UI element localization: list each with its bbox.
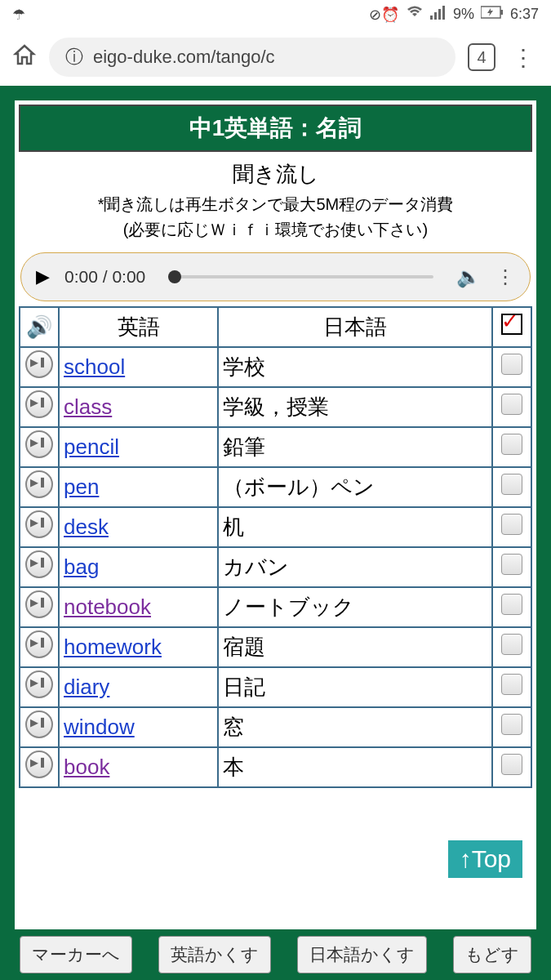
row-checkbox[interactable] xyxy=(492,507,531,547)
table-row: window窓 xyxy=(20,707,531,747)
english-word-link[interactable]: desk xyxy=(64,514,109,539)
table-row: school学校 xyxy=(20,347,531,387)
url-bar[interactable]: ⓘ eigo-duke.com/tango/c xyxy=(49,38,455,77)
english-word-link[interactable]: class xyxy=(64,394,112,419)
row-play-button[interactable] xyxy=(20,507,59,547)
tabs-button[interactable]: 4 xyxy=(468,43,495,71)
volume-icon[interactable]: 🔈 xyxy=(456,265,481,288)
info-icon: ⓘ xyxy=(65,45,83,69)
row-checkbox[interactable] xyxy=(492,627,531,667)
browser-bar: ⓘ eigo-duke.com/tango/c 4 ⋮ xyxy=(0,29,551,86)
japanese-word: 宿題 xyxy=(218,627,492,667)
row-checkbox[interactable] xyxy=(492,427,531,467)
umbrella-icon: ☂ xyxy=(12,7,25,23)
row-checkbox[interactable] xyxy=(492,467,531,507)
svg-rect-2 xyxy=(438,9,441,20)
hide-japanese-button[interactable]: 日本語かくす xyxy=(297,936,427,973)
japanese-word: ノートブック xyxy=(218,587,492,627)
table-row: bagカバン xyxy=(20,547,531,587)
listen-title: 聞き流し xyxy=(22,157,529,192)
wifi-icon xyxy=(406,5,424,24)
row-play-button[interactable] xyxy=(20,627,59,667)
audio-slider[interactable] xyxy=(168,275,433,278)
row-checkbox[interactable] xyxy=(492,587,531,627)
audio-time: 0:00 / 0:00 xyxy=(64,267,145,287)
table-row: diary日記 xyxy=(20,667,531,707)
row-checkbox[interactable] xyxy=(492,667,531,707)
url-text: eigo-duke.com/tango/c xyxy=(93,47,275,68)
listen-note-1: *聞き流しは再生ボタンで最大5M程のデータ消費 xyxy=(22,192,529,217)
battery-icon xyxy=(481,6,504,23)
page-content: 中1英単語：名詞 聞き流し *聞き流しは再生ボタンで最大5M程のデータ消費 (必… xyxy=(0,86,551,929)
moon-alarm-icon: ⊘⏰ xyxy=(369,6,399,24)
row-play-button[interactable] xyxy=(20,547,59,587)
header-japanese: 日本語 xyxy=(218,307,492,347)
svg-rect-5 xyxy=(500,10,503,15)
signal-icon xyxy=(430,5,447,24)
row-play-button[interactable] xyxy=(20,467,59,507)
restore-button[interactable]: もどす xyxy=(453,936,531,973)
row-play-button[interactable] xyxy=(20,587,59,627)
header-english: 英語 xyxy=(59,307,218,347)
row-play-button[interactable] xyxy=(20,387,59,427)
svg-rect-1 xyxy=(434,12,437,20)
english-word-link[interactable]: homework xyxy=(64,635,162,659)
status-time: 6:37 xyxy=(510,6,539,23)
table-row: pen（ボール）ペン xyxy=(20,467,531,507)
table-row: desk机 xyxy=(20,507,531,547)
japanese-word: カバン xyxy=(218,547,492,587)
english-word-link[interactable]: pen xyxy=(64,474,99,499)
japanese-word: 机 xyxy=(218,507,492,547)
browser-menu-icon[interactable]: ⋮ xyxy=(508,44,539,71)
vocab-table: 🔊 英語 日本語 ✓ school学校class学級，授業pencil鉛筆pen… xyxy=(19,306,532,788)
hide-english-button[interactable]: 英語かくす xyxy=(158,936,271,973)
listen-note-2: (必要に応じＷｉｆｉ環境でお使い下さい) xyxy=(22,217,529,243)
header-audio-icon: 🔊 xyxy=(20,307,59,347)
japanese-word: 学級，授業 xyxy=(218,387,492,427)
audio-menu-icon[interactable]: ⋮ xyxy=(495,265,515,288)
row-play-button[interactable] xyxy=(20,707,59,747)
svg-rect-0 xyxy=(430,16,433,20)
row-play-button[interactable] xyxy=(20,427,59,467)
marker-button[interactable]: マーカーへ xyxy=(20,936,132,973)
header-check-icon: ✓ xyxy=(492,307,531,347)
page-title: 中1英単語：名詞 xyxy=(19,105,532,152)
english-word-link[interactable]: pencil xyxy=(64,434,119,459)
japanese-word: 日記 xyxy=(218,667,492,707)
row-play-button[interactable] xyxy=(20,347,59,387)
bottom-toolbar: マーカーへ 英語かくす 日本語かくす もどす xyxy=(0,929,551,980)
japanese-word: 学校 xyxy=(218,347,492,387)
table-row: class学級，授業 xyxy=(20,387,531,427)
scroll-top-button[interactable]: ↑Top xyxy=(448,840,522,878)
row-checkbox[interactable] xyxy=(492,547,531,587)
english-word-link[interactable]: book xyxy=(64,755,109,779)
row-checkbox[interactable] xyxy=(492,707,531,747)
svg-rect-3 xyxy=(442,6,445,20)
row-play-button[interactable] xyxy=(20,667,59,707)
japanese-word: 鉛筆 xyxy=(218,427,492,467)
japanese-word: 本 xyxy=(218,747,492,787)
row-play-button[interactable] xyxy=(20,747,59,787)
table-row: notebookノートブック xyxy=(20,587,531,627)
play-icon[interactable]: ▶ xyxy=(36,266,50,287)
english-word-link[interactable]: window xyxy=(64,715,135,739)
status-bar: ☂ ⊘⏰ 9% 6:37 xyxy=(0,0,551,29)
home-icon[interactable] xyxy=(12,42,37,73)
english-word-link[interactable]: notebook xyxy=(64,595,151,619)
row-checkbox[interactable] xyxy=(492,347,531,387)
row-checkbox[interactable] xyxy=(492,387,531,427)
japanese-word: 窓 xyxy=(218,707,492,747)
row-checkbox[interactable] xyxy=(492,747,531,787)
table-row: pencil鉛筆 xyxy=(20,427,531,467)
table-row: book本 xyxy=(20,747,531,787)
table-row: homework宿題 xyxy=(20,627,531,667)
japanese-word: （ボール）ペン xyxy=(218,467,492,507)
battery-percent: 9% xyxy=(453,6,474,23)
english-word-link[interactable]: bag xyxy=(64,555,99,579)
english-word-link[interactable]: diary xyxy=(64,675,109,699)
audio-player[interactable]: ▶ 0:00 / 0:00 🔈 ⋮ xyxy=(20,252,531,301)
english-word-link[interactable]: school xyxy=(64,354,125,379)
